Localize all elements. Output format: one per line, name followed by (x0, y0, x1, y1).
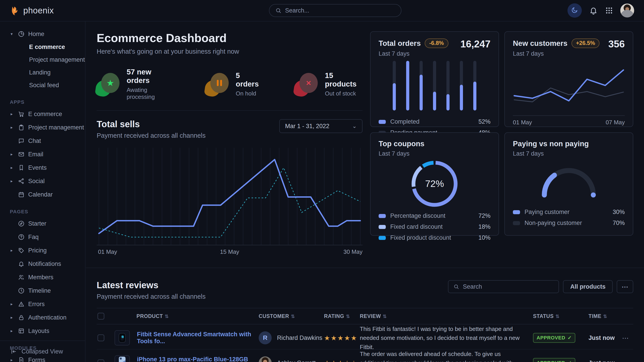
product-thumbnail[interactable] (114, 355, 130, 362)
apps-grid-button[interactable] (605, 6, 613, 14)
share-icon (18, 177, 25, 185)
product-link[interactable]: Fitbit Sense Advanced Smartwatch with To… (137, 331, 259, 345)
sidebar-item-project-management-app[interactable]: ▸ Project management (0, 121, 85, 134)
clipboard-icon (18, 124, 25, 131)
global-search-input[interactable] (285, 7, 395, 14)
chat-icon (18, 137, 25, 145)
sidebar-item-label: Faq (28, 234, 39, 241)
select-all-checkbox[interactable] (98, 313, 104, 320)
reviews-search-input[interactable] (463, 283, 554, 290)
sidebar-item-social[interactable]: ▸ Social (0, 174, 85, 188)
sidebar-item-calendar[interactable]: Calendar (0, 188, 85, 201)
card-subtitle: Last 7 days (378, 50, 448, 57)
sidebar-item-chat[interactable]: Chat (0, 134, 85, 148)
customer-avatar (259, 357, 272, 362)
x-icon: ✕ (306, 79, 312, 87)
card-title: Top coupons (378, 139, 424, 148)
column-header-customer[interactable]: CUSTOMER⇅ (259, 313, 324, 319)
sidebar-section-apps: APPS (0, 92, 85, 107)
sidebar-item-ecommerce-home[interactable]: E commerce (0, 41, 85, 53)
stat-orders-on-hold: 5 orders On hold (206, 71, 261, 97)
trend-badge: -6.8% (425, 38, 448, 48)
sidebar-item-project-management-home[interactable]: Project management (0, 53, 85, 66)
all-products-button[interactable]: All products (563, 280, 613, 293)
user-avatar[interactable] (620, 3, 634, 17)
column-header-product[interactable]: PRODUCT⇅ (111, 313, 259, 319)
product-thumbnail[interactable] (114, 330, 130, 346)
collapse-sidebar-button[interactable]: Collapsed View (0, 341, 85, 362)
page-subtitle: Here's what's going on at your business … (97, 48, 362, 55)
sidebar-item-landing[interactable]: Landing (0, 66, 85, 79)
sidebar-item-events[interactable]: ▸ Events (0, 161, 85, 174)
page-title: Ecommerce Dashboard (97, 31, 362, 45)
sidebar-item-social-feed[interactable]: Social feed (0, 79, 85, 92)
sidebar-item-pricing[interactable]: ▸ Pricing (0, 244, 85, 257)
card-title: Paying vs non paying (513, 139, 589, 148)
legend-swatch (378, 120, 386, 124)
caret-right-icon: ▸ (9, 125, 14, 130)
legend-swatch (378, 214, 386, 218)
star-icon: ★ (107, 78, 114, 87)
sidebar-item-members[interactable]: Members (0, 271, 85, 284)
envelope-icon (18, 150, 25, 158)
legend-value: 72% (478, 212, 490, 219)
question-circle-icon (18, 233, 25, 241)
product-link[interactable]: iPhone 13 pro max-Pacific Blue-128GB sto… (137, 356, 259, 362)
sidebar-item-notifications[interactable]: Notifications (0, 257, 85, 271)
sidebar-item-starter[interactable]: Starter (0, 217, 85, 230)
card-title: Total orders (378, 39, 421, 48)
legend-value: 30% (613, 209, 625, 216)
sidebar-item-email[interactable]: ▸ Email (0, 148, 85, 161)
column-header-status[interactable]: STATUS⇅ (533, 313, 588, 319)
date-range-select[interactable]: Mar 1 - 31, 2022 ⌄ (279, 119, 362, 133)
sidebar-item-label: Project management (28, 124, 84, 131)
column-header-rating[interactable]: RATING⇅ (324, 313, 360, 319)
reviews-title: Latest reviews (97, 280, 206, 290)
review-text: The order was delivered ahead of schedul… (360, 350, 533, 362)
compass-icon (18, 220, 25, 227)
paying-vs-nonpaying-card: Paying vs non paying Last 7 days Paying … (504, 132, 633, 236)
on-hold-blob-icon (206, 73, 229, 95)
notifications-button[interactable] (589, 6, 598, 15)
legend-value: 70% (613, 220, 625, 227)
nine-dots-icon (605, 6, 613, 14)
theme-toggle-button[interactable] (568, 3, 582, 18)
review-time: Just now (588, 335, 622, 342)
sidebar-item-errors[interactable]: ▸ Errors (0, 297, 85, 311)
brand-logo[interactable]: phoenix (10, 5, 54, 16)
sort-icon: ⇅ (556, 314, 560, 319)
sidebar-item-label: Starter (28, 220, 46, 227)
stat-caption: Out of stock (325, 90, 362, 97)
legend-value: 52% (478, 118, 490, 125)
row-checkbox[interactable] (98, 335, 104, 341)
column-header-time[interactable]: TIME⇅ (588, 313, 622, 319)
stat-value: 5 orders (236, 71, 261, 88)
legend-label: Fixed product discount (390, 234, 451, 241)
table-row: iPhone 13 pro max-Pacific Blue-128GB sto… (97, 350, 633, 362)
sidebar-item-timeline[interactable]: Timeline (0, 284, 85, 297)
row-checkbox[interactable] (98, 360, 104, 362)
sidebar-item-authentication[interactable]: ▸ Authentication (0, 311, 85, 324)
more-options-button[interactable]: ⋯ (617, 280, 633, 293)
reviews-subtitle: Payment received across all channels (97, 293, 206, 300)
x-tick: 30 May (344, 248, 362, 255)
card-value: 356 (608, 38, 625, 50)
row-actions-button[interactable]: ⋯ (622, 359, 633, 362)
stat-value: 15 products (325, 71, 362, 88)
search-icon (275, 7, 282, 14)
tag-icon (18, 247, 25, 254)
sort-icon: ⇅ (383, 314, 387, 319)
global-search[interactable] (269, 4, 402, 17)
sidebar-item-faq[interactable]: Faq (0, 230, 85, 244)
paying-gauge-chart (513, 157, 625, 207)
sidebar-item-label: Members (28, 274, 54, 281)
sidebar-item-ecommerce-app[interactable]: ▸ E commerce (0, 107, 85, 121)
column-header-review[interactable]: REVIEW⇅ (360, 313, 533, 319)
customer-avatar: R (259, 331, 272, 344)
sidebar-item-label: Home (28, 31, 44, 37)
sidebar-item-label: Pricing (28, 247, 47, 254)
sidebar-item-layouts[interactable]: ▸ Layouts (0, 324, 85, 338)
reviews-search[interactable] (448, 280, 559, 293)
sidebar-group-home[interactable]: ▾ Home (0, 27, 85, 41)
row-actions-button[interactable]: ⋯ (622, 334, 633, 342)
